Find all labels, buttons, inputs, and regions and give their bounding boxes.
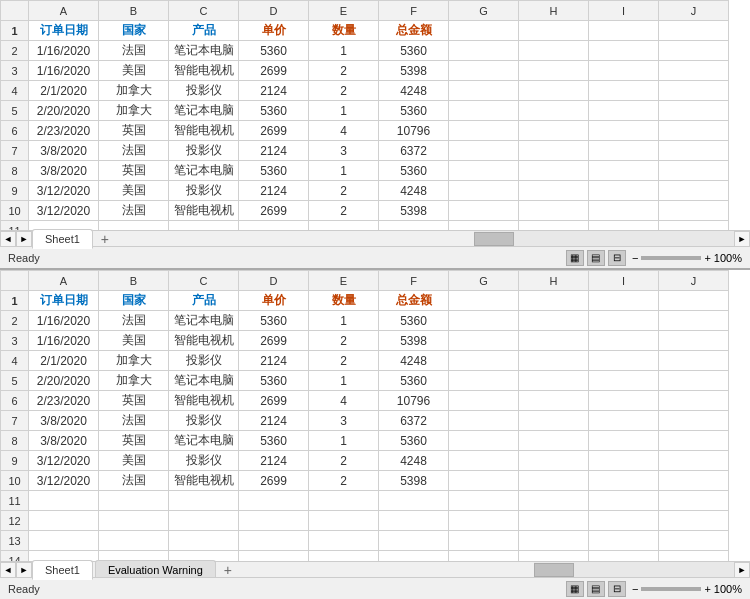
empty-cell[interactable]	[169, 221, 239, 231]
top-page-view-icon[interactable]: ⊟	[608, 250, 626, 266]
empty-data-cell[interactable]	[659, 101, 729, 121]
data-cell-f[interactable]: 5360	[379, 41, 449, 61]
row-number-cell[interactable]: 12	[1, 511, 29, 531]
data-cell-b[interactable]: 法国	[99, 201, 169, 221]
empty-data-cell[interactable]	[519, 331, 589, 351]
empty-data-cell[interactable]	[449, 201, 519, 221]
data-cell-a[interactable]: 2/20/2020	[29, 371, 99, 391]
data-cell-e[interactable]: 4	[309, 121, 379, 141]
row-number-cell[interactable]: 4	[1, 81, 29, 101]
empty-data-cell[interactable]	[589, 331, 659, 351]
row-number-cell[interactable]: 9	[1, 451, 29, 471]
data-cell-b[interactable]: 英国	[99, 391, 169, 411]
empty-data-cell[interactable]	[659, 411, 729, 431]
data-cell-d[interactable]: 5360	[239, 41, 309, 61]
empty-data-cell[interactable]	[519, 101, 589, 121]
empty-data-cell[interactable]	[449, 431, 519, 451]
data-cell-a[interactable]: 2/1/2020	[29, 81, 99, 101]
data-cell-d[interactable]: 2124	[239, 81, 309, 101]
data-cell-a[interactable]: 1/16/2020	[29, 41, 99, 61]
empty-cell[interactable]	[379, 221, 449, 231]
data-cell-e[interactable]: 1	[309, 371, 379, 391]
empty-data-cell[interactable]	[659, 451, 729, 471]
data-cell-e[interactable]: 2	[309, 331, 379, 351]
bottom-grid-scroll[interactable]: A B C D E F G H I J 1订单日期国家产品	[0, 270, 750, 561]
data-cell-d[interactable]: 2124	[239, 451, 309, 471]
top-grid-scroll[interactable]: A B C D E F G H I J 1订单日期国家产品	[0, 0, 750, 230]
empty-data-cell[interactable]	[519, 61, 589, 81]
col-header-j[interactable]: J	[659, 1, 729, 21]
header-cell-a[interactable]: 订单日期	[29, 291, 99, 311]
top-hscroll-thumb[interactable]	[474, 232, 514, 246]
empty-data-cell[interactable]	[589, 451, 659, 471]
empty-data-cell[interactable]	[519, 201, 589, 221]
row-number-cell[interactable]: 2	[1, 311, 29, 331]
data-cell-d[interactable]: 2699	[239, 61, 309, 81]
empty-data-cell[interactable]	[589, 101, 659, 121]
col-header-a[interactable]: A	[29, 1, 99, 21]
row-number-cell[interactable]: 10	[1, 471, 29, 491]
data-cell-c[interactable]: 笔记本电脑	[169, 101, 239, 121]
top-normal-view-icon[interactable]: ▦	[566, 250, 584, 266]
empty-data-cell[interactable]	[659, 41, 729, 61]
top-hscroll-right-arrow[interactable]: ►	[734, 231, 750, 247]
empty-header-cell[interactable]	[659, 21, 729, 41]
empty-cell[interactable]	[239, 551, 309, 562]
empty-data-cell[interactable]	[449, 161, 519, 181]
empty-cell[interactable]	[309, 491, 379, 511]
data-cell-f[interactable]: 10796	[379, 121, 449, 141]
empty-data-cell[interactable]	[589, 201, 659, 221]
empty-cell[interactable]	[239, 491, 309, 511]
empty-cell[interactable]	[449, 491, 519, 511]
empty-cell[interactable]	[169, 531, 239, 551]
col-header-e[interactable]: E	[309, 1, 379, 21]
data-cell-d[interactable]: 2699	[239, 331, 309, 351]
empty-data-cell[interactable]	[589, 311, 659, 331]
empty-data-cell[interactable]	[519, 351, 589, 371]
data-cell-a[interactable]: 1/16/2020	[29, 331, 99, 351]
empty-cell[interactable]	[379, 551, 449, 562]
row-number-cell[interactable]: 4	[1, 351, 29, 371]
empty-data-cell[interactable]	[519, 141, 589, 161]
data-cell-d[interactable]: 5360	[239, 431, 309, 451]
row-number-cell[interactable]: 10	[1, 201, 29, 221]
empty-data-cell[interactable]	[519, 161, 589, 181]
row-number-cell[interactable]: 13	[1, 531, 29, 551]
row-number-cell[interactable]: 5	[1, 101, 29, 121]
data-cell-e[interactable]: 2	[309, 471, 379, 491]
data-cell-f[interactable]: 4248	[379, 81, 449, 101]
data-cell-e[interactable]: 2	[309, 451, 379, 471]
data-cell-b[interactable]: 法国	[99, 471, 169, 491]
data-cell-b[interactable]: 美国	[99, 181, 169, 201]
data-cell-b[interactable]: 英国	[99, 161, 169, 181]
empty-header-cell[interactable]	[519, 21, 589, 41]
data-cell-a[interactable]: 1/16/2020	[29, 311, 99, 331]
data-cell-b[interactable]: 法国	[99, 141, 169, 161]
empty-cell[interactable]	[169, 491, 239, 511]
data-cell-d[interactable]: 5360	[239, 371, 309, 391]
data-cell-b[interactable]: 加拿大	[99, 351, 169, 371]
row-number-cell[interactable]: 6	[1, 121, 29, 141]
empty-data-cell[interactable]	[519, 81, 589, 101]
bottom-hscroll-right-arrow[interactable]: ►	[734, 562, 750, 578]
empty-data-cell[interactable]	[519, 471, 589, 491]
empty-cell[interactable]	[99, 511, 169, 531]
empty-data-cell[interactable]	[659, 311, 729, 331]
empty-cell[interactable]	[379, 531, 449, 551]
header-cell-b[interactable]: 国家	[99, 291, 169, 311]
row-number-cell[interactable]: 6	[1, 391, 29, 411]
data-cell-b[interactable]: 美国	[99, 451, 169, 471]
data-cell-e[interactable]: 1	[309, 311, 379, 331]
top-zoom-minus[interactable]: −	[632, 252, 638, 264]
empty-data-cell[interactable]	[449, 41, 519, 61]
empty-cell[interactable]	[659, 491, 729, 511]
bottom-normal-view-icon[interactable]: ▦	[566, 581, 584, 597]
empty-data-cell[interactable]	[589, 41, 659, 61]
data-cell-c[interactable]: 笔记本电脑	[169, 41, 239, 61]
data-cell-f[interactable]: 10796	[379, 391, 449, 411]
empty-cell[interactable]	[449, 511, 519, 531]
col-header-c[interactable]: C	[169, 1, 239, 21]
empty-data-cell[interactable]	[589, 431, 659, 451]
header-cell-c[interactable]: 产品	[169, 291, 239, 311]
empty-cell[interactable]	[29, 511, 99, 531]
